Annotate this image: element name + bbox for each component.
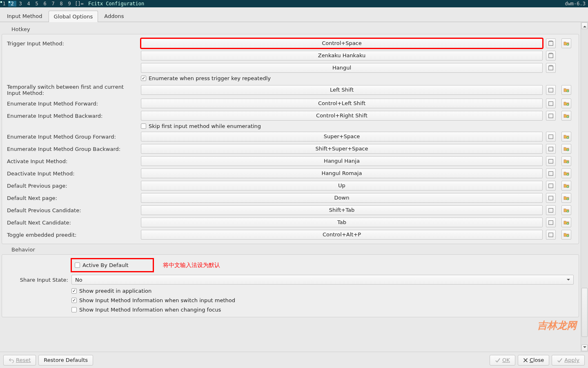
close-icon <box>523 358 528 363</box>
add-folder-icon[interactable] <box>561 168 571 178</box>
svg-rect-14 <box>549 159 553 164</box>
add-folder-icon[interactable] <box>561 111 571 121</box>
add-folder-icon[interactable] <box>561 205 571 215</box>
hotkey-value[interactable]: Down <box>141 193 543 203</box>
label-share-state: Share Input State: <box>7 277 68 283</box>
add-folder-icon[interactable] <box>561 218 571 227</box>
wm-tag-7[interactable]: 7 <box>49 1 57 7</box>
reset-button[interactable]: Reset <box>3 355 36 366</box>
section-behavior-title: Behavior <box>2 244 579 254</box>
checkbox-show-im-switch[interactable] <box>71 298 77 303</box>
wm-tag-2[interactable]: 2 <box>8 1 16 7</box>
add-folder-icon[interactable] <box>561 156 571 166</box>
scroll-up-icon[interactable] <box>581 22 588 29</box>
add-folder-icon[interactable] <box>561 132 571 141</box>
label-show-im-focus: Show Input Method Information when chang… <box>79 307 221 313</box>
wm-tags: 1 2 3 4 5 6 7 8 9 <box>0 1 74 7</box>
hotkey-value[interactable]: Tab <box>141 218 543 227</box>
wm-tag-5[interactable]: 5 <box>33 1 41 7</box>
scroll-thumb[interactable] <box>581 288 588 337</box>
add-folder-icon[interactable] <box>561 99 571 108</box>
wm-tag-3[interactable]: 3 <box>16 1 24 7</box>
hotkey-value[interactable]: Control+Alt+P <box>141 230 543 240</box>
clear-icon[interactable] <box>546 99 556 108</box>
hotkey-trigger-3[interactable]: Hangul <box>141 63 543 73</box>
hotkey-label: Toggle embedded preedit: <box>7 232 138 238</box>
hotkey-value[interactable]: Shift+Super+Space <box>141 144 543 154</box>
wm-tag-9[interactable]: 9 <box>65 1 74 7</box>
hotkey-value[interactable]: Shift+Tab <box>141 205 543 215</box>
clear-icon[interactable] <box>546 111 556 121</box>
hotkey-label: Activate Input Method: <box>7 158 138 164</box>
label-enumerate-repeat: Enumerate when press trigger key repeate… <box>149 75 271 81</box>
hotkey-value[interactable]: Hangul Romaja <box>141 168 543 178</box>
close-button[interactable]: Close <box>518 355 549 366</box>
window-title: Fcitx Configuration <box>88 1 144 7</box>
tab-input-method[interactable]: Input Method <box>2 10 48 22</box>
select-share-state[interactable]: No <box>71 275 574 285</box>
clear-icon[interactable] <box>546 156 556 166</box>
label-skip-first: Skip first input method while enumeratin… <box>149 123 261 129</box>
clear-icon[interactable] <box>546 38 556 48</box>
clear-icon[interactable] <box>546 63 556 73</box>
clear-icon[interactable] <box>546 230 556 240</box>
content-pane: Hotkey Trigger Input Method: Control+Spa… <box>0 22 581 352</box>
tab-global-options[interactable]: Global Options <box>49 11 98 22</box>
clear-icon[interactable] <box>546 205 556 215</box>
hotkey-label: Default Previous page: <box>7 183 138 189</box>
svg-rect-10 <box>549 135 553 139</box>
wm-tag-1[interactable]: 1 <box>0 1 8 7</box>
add-folder-icon[interactable] <box>561 193 571 203</box>
clear-icon[interactable] <box>546 168 556 178</box>
tab-addons[interactable]: Addons <box>99 10 129 22</box>
close-label: lose <box>533 357 544 363</box>
label-show-im-switch: Show Input Method Information when switc… <box>79 297 235 303</box>
add-folder-icon[interactable] <box>561 144 571 154</box>
section-hotkey: Trigger Input Method: Control+Space Zenk… <box>2 34 579 244</box>
add-folder-icon[interactable] <box>561 181 571 191</box>
hotkey-trigger-2[interactable]: Zenkaku Hankaku <box>141 51 543 61</box>
wm-layout-symbol[interactable]: []= <box>74 1 85 7</box>
hotkey-value[interactable]: Super+Space <box>141 132 543 141</box>
clear-icon[interactable] <box>546 85 556 95</box>
svg-rect-16 <box>549 172 553 176</box>
add-folder-icon[interactable] <box>561 85 571 95</box>
hotkey-value[interactable]: Up <box>141 181 543 191</box>
clear-icon[interactable] <box>546 132 556 141</box>
svg-rect-22 <box>549 209 553 213</box>
svg-rect-2 <box>549 54 553 58</box>
clear-icon[interactable] <box>546 181 556 191</box>
checkbox-show-preedit[interactable] <box>71 288 77 294</box>
clear-icon[interactable] <box>546 193 556 203</box>
wm-version: dwm-6.3 <box>565 1 586 7</box>
section-behavior: Active By Default 将中文输入法设为默认 Share Input… <box>2 254 579 317</box>
svg-rect-3 <box>549 66 553 70</box>
hotkey-value[interactable]: Control+Left Shift <box>141 99 543 108</box>
checkbox-active-by-default[interactable] <box>75 263 80 268</box>
wm-bar: 1 2 3 4 5 6 7 8 9 []= Fcitx Configuratio… <box>0 0 588 7</box>
checkbox-show-im-focus[interactable] <box>71 307 77 312</box>
clear-icon[interactable] <box>546 144 556 154</box>
select-share-state-value: No <box>75 277 82 283</box>
vertical-scrollbar[interactable] <box>581 22 588 352</box>
hotkey-trigger-1[interactable]: Control+Space <box>141 38 543 48</box>
apply-button[interactable]: Apply <box>552 355 585 366</box>
wm-tag-8[interactable]: 8 <box>57 1 65 7</box>
add-folder-icon[interactable] <box>561 230 571 240</box>
clear-icon[interactable] <box>546 51 556 61</box>
restore-defaults-button[interactable]: Restore Defaults <box>38 355 93 366</box>
hotkey-value[interactable]: Left Shift <box>141 85 543 95</box>
active-by-default-row[interactable]: Active By Default <box>71 259 153 272</box>
wm-tag-4[interactable]: 4 <box>24 1 33 7</box>
ok-button[interactable]: OK <box>490 355 515 366</box>
scroll-down-icon[interactable] <box>581 345 588 351</box>
checkbox-enumerate-repeat[interactable] <box>141 76 146 81</box>
hotkey-label: Enumerate Input Method Backward: <box>7 113 138 119</box>
add-folder-icon[interactable] <box>561 38 571 48</box>
wm-tag-6[interactable]: 6 <box>41 1 49 7</box>
checkbox-skip-first[interactable] <box>141 123 146 129</box>
clear-icon[interactable] <box>546 218 556 227</box>
hotkey-value[interactable]: Hangul Hanja <box>141 156 543 166</box>
annotation-text: 将中文输入法设为默认 <box>163 262 220 269</box>
hotkey-value[interactable]: Control+Right Shift <box>141 111 543 121</box>
